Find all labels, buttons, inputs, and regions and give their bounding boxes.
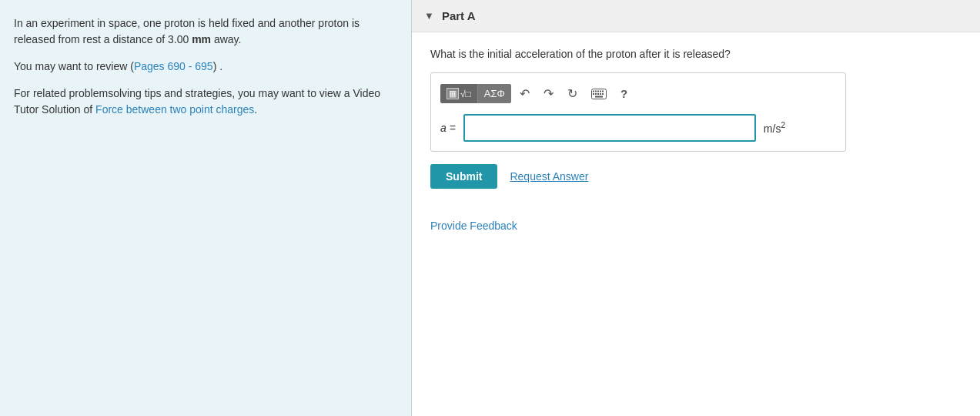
svg-rect-5 (602, 90, 604, 92)
svg-rect-11 (595, 96, 603, 97)
matrix-icon: ▦ √□ (447, 88, 471, 99)
feedback-section: Provide Feedback (412, 204, 980, 247)
reset-button[interactable]: ↻ (562, 82, 583, 105)
redo-button[interactable]: ↷ (538, 82, 559, 105)
svg-rect-4 (600, 90, 601, 92)
problem-text-1: In an experiment in space, one proton is… (14, 15, 397, 48)
provide-feedback-link[interactable]: Provide Feedback (430, 220, 517, 232)
greek-button[interactable]: ΑΣΦ (478, 84, 511, 103)
action-row: Submit Request Answer (430, 164, 962, 189)
matrix-sqrt-button[interactable]: ▦ √□ (440, 84, 477, 103)
video-tutor-text: For related problemsolving tips and stra… (14, 86, 397, 118)
equation-toolbar: ▦ √□ ΑΣΦ ↶ ↷ ↻ (440, 82, 836, 105)
svg-rect-7 (595, 93, 597, 95)
question-text: What is the initial acceleration of the … (430, 48, 962, 60)
keyboard-icon (591, 89, 607, 99)
help-button[interactable]: ? (615, 83, 633, 104)
left-panel: In an experiment in space, one proton is… (0, 0, 412, 416)
math-button-group: ▦ √□ ΑΣΦ (440, 84, 511, 103)
svg-rect-3 (597, 90, 599, 92)
svg-rect-9 (600, 93, 601, 95)
collapse-arrow-icon[interactable]: ▼ (424, 10, 434, 22)
part-title: Part A (442, 9, 476, 22)
pages-link[interactable]: Pages 690 - 695 (134, 60, 213, 72)
svg-rect-6 (593, 93, 594, 95)
equation-label: a = (440, 122, 456, 134)
submit-button[interactable]: Submit (430, 164, 497, 189)
answer-input[interactable] (463, 114, 756, 142)
part-header: ▼ Part A (412, 0, 980, 32)
unit-label: m/s2 (764, 121, 785, 135)
review-text: You may want to review (Pages 690 - 695)… (14, 59, 397, 75)
svg-rect-8 (597, 93, 599, 95)
request-answer-button[interactable]: Request Answer (510, 170, 588, 183)
svg-rect-10 (602, 93, 604, 95)
svg-rect-1 (593, 90, 594, 92)
equation-editor: ▦ √□ ΑΣΦ ↶ ↷ ↻ (430, 72, 846, 152)
undo-button[interactable]: ↶ (514, 82, 535, 105)
input-row: a = m/s2 (440, 114, 836, 142)
right-panel: ▼ Part A What is the initial acceleratio… (412, 0, 980, 416)
video-tutor-link[interactable]: Force between two point charges (95, 103, 254, 116)
svg-rect-2 (595, 90, 597, 92)
part-content: What is the initial acceleration of the … (412, 32, 980, 204)
keyboard-button[interactable] (586, 85, 612, 103)
